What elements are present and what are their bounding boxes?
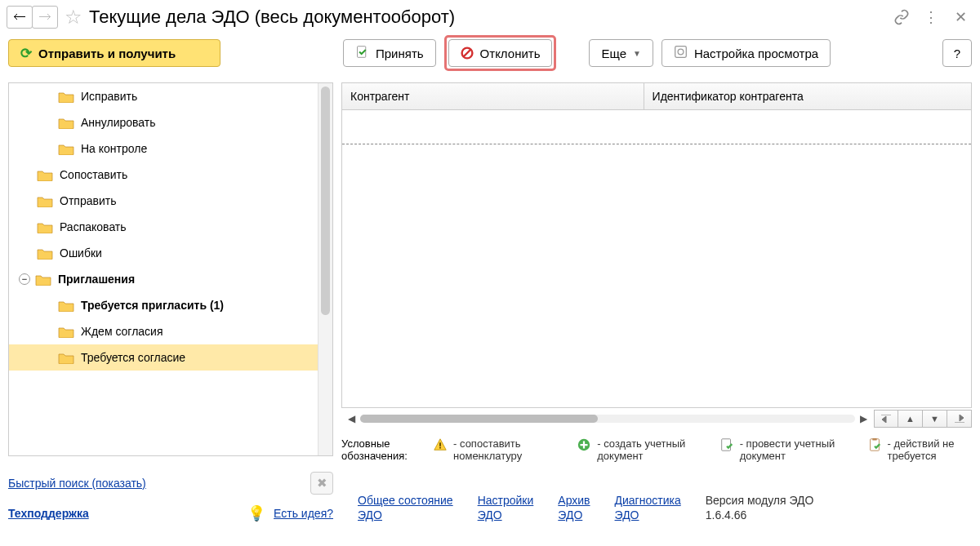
legend-text: - действий не требуется bbox=[888, 437, 972, 462]
tree-label: На контроле bbox=[81, 142, 147, 155]
tree-item[interactable]: Исправить bbox=[9, 83, 318, 109]
bulb-icon: 💡 bbox=[247, 504, 265, 522]
tree-label: Сопоставить bbox=[60, 168, 127, 181]
grid-row[interactable] bbox=[342, 110, 971, 144]
accept-button[interactable]: Принять bbox=[343, 39, 436, 67]
horizontal-scrollbar[interactable]: ◀ ▶ bbox=[348, 413, 867, 424]
link-icon[interactable] bbox=[890, 6, 913, 29]
version-label: Версия модуля ЭДО bbox=[706, 494, 814, 507]
scroll-thumb[interactable] bbox=[360, 415, 598, 423]
scroll-right-icon[interactable]: ▶ bbox=[860, 413, 867, 424]
idea-link[interactable]: Есть идея? bbox=[274, 507, 333, 520]
footer-link[interactable]: ЭДО bbox=[558, 508, 590, 522]
clear-button[interactable]: ✖ bbox=[310, 472, 333, 495]
help-label: ? bbox=[954, 47, 960, 60]
legend-text: - провести учетный документ bbox=[740, 437, 844, 462]
svg-point-4 bbox=[678, 49, 684, 55]
tree-item[interactable]: Аннулировать bbox=[9, 109, 318, 135]
tree-label: Приглашения bbox=[58, 273, 135, 286]
folder-icon bbox=[58, 300, 74, 312]
next-record-button[interactable]: ▼ bbox=[923, 410, 947, 428]
legend-item: - сопоставить номенклатуру bbox=[432, 437, 553, 462]
favorite-star-icon[interactable]: ☆ bbox=[65, 6, 82, 29]
footer-link-block[interactable]: Общее состояние ЭДО bbox=[358, 493, 453, 522]
quick-search-link[interactable]: Быстрый поиск (показать) bbox=[8, 477, 146, 490]
grid-body bbox=[342, 110, 971, 407]
plus-circle-icon bbox=[576, 437, 592, 456]
footer-link[interactable]: Настройки bbox=[478, 493, 534, 508]
folder-icon bbox=[58, 326, 74, 338]
version-block: Версия модуля ЭДО 1.6.4.66 bbox=[706, 493, 814, 522]
footer-link[interactable]: ЭДО bbox=[358, 508, 453, 522]
footer-link[interactable]: ЭДО bbox=[478, 508, 534, 522]
close-icon[interactable]: ✕ bbox=[949, 6, 972, 29]
footer-link[interactable]: Общее состояние bbox=[358, 493, 453, 508]
collapse-icon[interactable]: − bbox=[19, 273, 30, 285]
svg-rect-6 bbox=[439, 447, 441, 449]
footer-link[interactable]: ЭДО bbox=[615, 508, 681, 522]
tree-item[interactable]: Распаковать bbox=[9, 214, 318, 240]
legend-item: - провести учетный документ bbox=[719, 437, 844, 462]
chevron-down-icon: ▼ bbox=[633, 49, 641, 58]
reject-button[interactable]: Отклонить bbox=[448, 39, 553, 67]
warning-icon bbox=[432, 437, 448, 456]
legend-label: Условные обозначения: bbox=[341, 437, 409, 462]
view-settings-label: Настройка просмотра bbox=[694, 47, 818, 60]
help-button[interactable]: ? bbox=[942, 39, 972, 67]
tree-label: Ждем согласия bbox=[81, 325, 163, 338]
prev-record-button[interactable]: ▲ bbox=[898, 410, 923, 428]
footer-link-block[interactable]: Настройки ЭДО bbox=[478, 493, 534, 522]
folder-icon bbox=[58, 91, 74, 103]
folder-icon bbox=[58, 143, 74, 155]
more-label: Еще bbox=[601, 47, 626, 60]
tree-item[interactable]: Отправить bbox=[9, 188, 318, 214]
tree-item[interactable]: На контроле bbox=[9, 135, 318, 162]
tree-item[interactable]: Ждем согласия bbox=[9, 318, 318, 344]
svg-rect-5 bbox=[439, 442, 441, 446]
scroll-left-icon[interactable]: ◀ bbox=[348, 413, 355, 424]
folder-icon bbox=[37, 247, 53, 260]
version-number: 1.6.4.66 bbox=[706, 508, 747, 522]
tree-item[interactable]: Ошибки bbox=[9, 240, 318, 266]
footer-link[interactable]: Диагностика bbox=[615, 493, 681, 508]
tree-item[interactable]: Требуется согласие bbox=[9, 344, 318, 371]
tree-label: Аннулировать bbox=[81, 116, 156, 129]
tree-scrollbar[interactable] bbox=[318, 83, 332, 455]
legend-item: - создать учетный документ bbox=[576, 437, 695, 462]
footer-link-block[interactable]: Диагностика ЭДО bbox=[615, 493, 681, 522]
grid-column-header[interactable]: Контрагент bbox=[342, 83, 644, 109]
tree-label: Ошибки bbox=[60, 246, 102, 260]
scrollbar-thumb[interactable] bbox=[321, 87, 330, 315]
send-receive-button[interactable]: ⟳ Отправить и получить bbox=[8, 39, 220, 67]
folder-icon bbox=[35, 273, 51, 286]
footer-link-block[interactable]: Архив ЭДО bbox=[558, 493, 590, 522]
first-record-button[interactable] bbox=[874, 410, 898, 428]
support-link[interactable]: Техподдержка bbox=[8, 507, 89, 520]
accept-icon bbox=[355, 45, 369, 61]
scroll-track[interactable] bbox=[360, 415, 855, 423]
folder-icon bbox=[37, 195, 53, 207]
tree-item[interactable]: Сопоставить bbox=[9, 162, 318, 188]
folder-icon bbox=[37, 221, 53, 233]
send-receive-label: Отправить и получить bbox=[38, 47, 176, 60]
legend-text: - создать учетный документ bbox=[597, 437, 695, 462]
kebab-menu-icon[interactable]: ⋮ bbox=[920, 6, 942, 29]
tree-item[interactable]: − Приглашения bbox=[9, 266, 318, 292]
tree-label: Требуется согласие bbox=[81, 351, 185, 364]
clipboard-check-icon bbox=[866, 437, 883, 456]
tree-panel: Исправить Аннулировать На контроле Сопос… bbox=[8, 82, 333, 456]
forward-button[interactable]: 🡒 bbox=[32, 6, 58, 29]
back-button[interactable]: 🡐 bbox=[7, 6, 33, 29]
footer-link[interactable]: Архив bbox=[558, 493, 590, 508]
reject-label: Отклонить bbox=[480, 47, 541, 60]
folder-icon bbox=[58, 117, 74, 129]
last-record-button[interactable] bbox=[947, 410, 972, 428]
view-settings-button[interactable]: Настройка просмотра bbox=[662, 39, 831, 67]
svg-rect-8 bbox=[721, 439, 730, 451]
tree-item[interactable]: Требуется пригласить (1) bbox=[9, 292, 318, 318]
more-button[interactable]: Еще ▼ bbox=[589, 39, 653, 67]
document-check-icon bbox=[719, 437, 735, 456]
grid-column-header[interactable]: Идентификатор контрагента bbox=[644, 83, 971, 109]
accept-label: Принять bbox=[376, 47, 424, 60]
svg-rect-9 bbox=[870, 439, 879, 451]
